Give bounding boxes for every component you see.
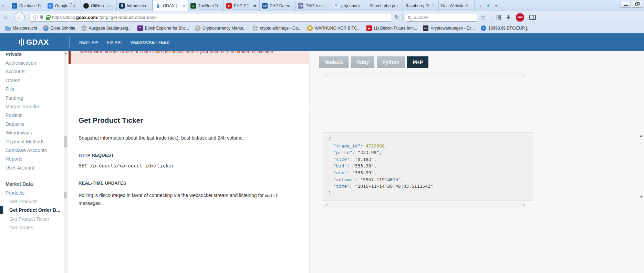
bookmark-item[interactable]: crypto arbitrage - Go... [250, 25, 304, 32]
page-info-icon[interactable]: i [33, 15, 38, 20]
sidebar-item[interactable]: Get Trades [0, 223, 64, 232]
minimize-button[interactable] [621, 1, 631, 8]
scrollbar-thumb[interactable] [64, 192, 67, 198]
gdax-logo[interactable]: GDAX [19, 33, 49, 51]
json-close-brace: } [329, 190, 331, 196]
tab-title: Coinbase D [19, 3, 42, 8]
sidebar-item[interactable]: Withdrawals [0, 129, 64, 137]
bookmark-favicon-glyph: ▶ [368, 27, 370, 30]
tab-favicon: G [48, 3, 53, 9]
https-lock-icon[interactable] [46, 17, 50, 20]
language-tab[interactable]: PHP [407, 56, 428, 68]
browser-tab[interactable]: php PHP: isset [295, 0, 331, 11]
tab-favicon: php [298, 3, 303, 9]
scroll-down-icon[interactable]: ▼ [640, 195, 642, 198]
language-tab[interactable]: NodeJS [319, 56, 349, 68]
restore-button[interactable] [632, 1, 642, 8]
sidebar-item[interactable]: Deposits [0, 120, 64, 128]
browser-tab[interactable]: Das Website H [439, 0, 475, 11]
sidebar-item[interactable]: Payment Methods [0, 137, 64, 146]
bookmark-item[interactable]: Meistbesucht [3, 25, 40, 31]
sidebar-item[interactable]: Margin Transfer [0, 102, 64, 111]
bookmark-item[interactable]: Cryptocurrency Marke... [193, 25, 249, 32]
section-divider [69, 107, 309, 107]
header-nav-link[interactable]: FIX API [107, 40, 122, 44]
tab-close-icon[interactable]: × [182, 3, 186, 9]
search-input[interactable] [413, 14, 475, 20]
reload-icon[interactable]: ↻ [395, 14, 399, 20]
adblock-icon[interactable]: ABP [516, 13, 524, 22]
scroll-up-icon[interactable]: ▲ [64, 52, 68, 55]
sidebar-item[interactable]: Coinbase Accounts [0, 146, 64, 154]
browser-tab[interactable]: G Google Üb [45, 0, 81, 11]
header-nav-link[interactable]: WEBSOCKET FEED [130, 40, 169, 44]
bookmark-item[interactable]: ▶ (1) Bitcoin Future brin... [364, 25, 419, 32]
code-horizontal-scrollbar-top[interactable]: ‹ › [324, 73, 526, 78]
url-bar[interactable]: i https://docs.gdax.com/?php#get-product… [30, 13, 392, 22]
sidebar-item[interactable]: Funding [0, 94, 64, 102]
browser-tab[interactable]: Search php pro [367, 0, 403, 11]
bookmark-favicon [43, 25, 49, 31]
sidebar-scrollbar[interactable]: ▲ [64, 51, 68, 273]
json-comma: , [385, 143, 387, 149]
bookmark-label: crypto arbitrage - Go... [260, 26, 301, 31]
sidebar-item[interactable]: Products [0, 188, 64, 197]
navbar-divider [402, 13, 403, 21]
browser-tab[interactable]: C Coinbase D [9, 0, 45, 11]
sidebar-item[interactable]: Reports [0, 155, 64, 163]
sidebar-item[interactable]: Position [0, 111, 64, 120]
tab-scroll-left-icon[interactable]: ‹ [2, 2, 4, 8]
home-icon[interactable]: ⌂ [3, 13, 7, 21]
back-icon: ← [17, 14, 22, 20]
tab-audio-icon[interactable] [253, 4, 257, 8]
bookmark-item[interactable]: * Block Explorer for Bitc... [135, 25, 191, 32]
sidebar-item[interactable] [0, 172, 64, 179]
sidebar-item[interactable]: Get Products [0, 197, 64, 206]
tab-favicon-glyph: ▲ [192, 4, 195, 7]
bookmark-item[interactable]: B WARNUNG VOR BITC... [305, 25, 363, 32]
header-nav-link[interactable]: REST API [79, 40, 98, 44]
browser-tab[interactable]: CB PHP Daten [260, 0, 295, 11]
browser-tab[interactable]: ||| Introductio [117, 0, 153, 11]
tab-list-dropdown-icon[interactable]: ▾ [495, 4, 497, 8]
bookmark-item[interactable]: Ausgabe Stadtanzeig... [79, 25, 134, 32]
browser-tab[interactable]: G php ebook [331, 0, 367, 11]
tracking-shield-icon[interactable] [40, 15, 43, 20]
sidebar-item[interactable]: User Account [0, 163, 64, 172]
search-bar[interactable] [405, 13, 477, 22]
scroll-right-icon[interactable]: › [523, 203, 524, 207]
sidebar-item[interactable]: Get Product Order B... [0, 206, 64, 215]
tab-favicon-glyph: G [335, 4, 338, 8]
new-tab-button[interactable]: + [487, 3, 490, 9]
code-horizontal-scrollbar-bottom[interactable]: ‹ › [324, 202, 526, 207]
scroll-left-icon[interactable]: ‹ [325, 74, 327, 77]
language-tab[interactable]: Ruby [351, 56, 374, 68]
browser-tab[interactable]: ▲ TheRockTr [188, 0, 224, 11]
tab-scroll-right-icon[interactable]: › [479, 3, 481, 9]
sidebar-toggle-icon[interactable] [529, 15, 536, 20]
browser-tab[interactable]: ▶ PHP 7 T [224, 0, 260, 11]
scroll-right-icon[interactable]: › [523, 74, 524, 77]
scrollbar-thumb[interactable] [64, 136, 67, 147]
sidebar-item[interactable]: Market Data [0, 179, 64, 188]
language-tab[interactable]: Python [377, 56, 405, 68]
bookmark-star-icon[interactable]: ☆ [480, 14, 486, 21]
tab-favicon-glyph: php [299, 4, 303, 7]
sidebar-item[interactable]: Accounts [0, 67, 64, 76]
bookmark-item[interactable]: Erste Schritte [41, 25, 78, 32]
sidebar-item[interactable]: Get Product Ticker [0, 215, 64, 223]
browser-tab[interactable]: GitHub - cc [81, 0, 117, 11]
scroll-left-icon[interactable]: ‹ [325, 203, 327, 207]
bookmarks-library-icon[interactable] [497, 15, 501, 20]
back-button[interactable]: ← [14, 12, 25, 22]
sidebar-item[interactable]: Fills [0, 85, 64, 94]
bookmark-item[interactable]: ▼ 13998.99 BTC/EUR [... [478, 25, 533, 32]
sidebar-item[interactable]: Authentication [0, 58, 64, 67]
scroll-up-icon[interactable]: ▲ [640, 134, 642, 137]
sidebar-item[interactable]: Private [0, 51, 64, 58]
sidebar-item[interactable]: Orders [0, 76, 64, 85]
browser-tab[interactable]: Raspberry Pi: D [403, 0, 439, 11]
downloads-icon[interactable] [506, 15, 511, 20]
bookmark-item[interactable]: Inv Kryptowährungen - Ec... [420, 25, 477, 32]
browser-tab[interactable]: ||| GDAX | × [153, 0, 188, 11]
